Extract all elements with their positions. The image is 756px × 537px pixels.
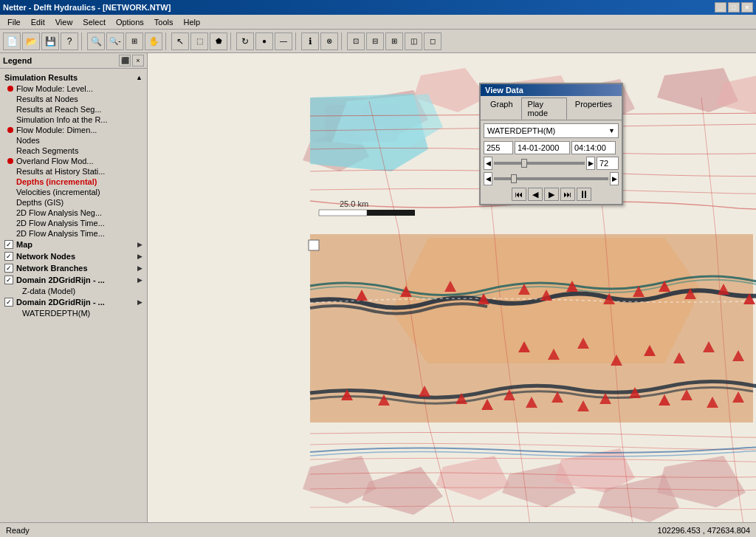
rewind-button[interactable]: ⏮ [512, 188, 526, 201]
legend-item-waterdepth[interactable]: WATERDEPTH(M) [1, 308, 145, 318]
legend-item-flow-module-level[interactable]: Flow Module: Level... [1, 83, 145, 94]
legend-item-2d-flow-time2[interactable]: 2D Flow Analysis Time... [1, 228, 145, 239]
tool3-button[interactable]: ⊞ [385, 33, 403, 50]
slider-right-btn-2[interactable]: ▶ [610, 172, 619, 185]
waterdepth-dropdown[interactable]: WATERDEPTH(M) ▼ [484, 123, 619, 138]
coordinates: 102296.453 , 472634.804 [658, 526, 750, 535]
legend-item-results-reach-seg[interactable]: Results at Reach Seg... [1, 104, 145, 114]
timestep-row: 255 14-01-2000 04:14:00 [484, 141, 619, 154]
menu-help[interactable]: Help [179, 16, 205, 28]
time-field: 04:14:00 [571, 141, 616, 154]
tool1-button[interactable]: ⊡ [347, 33, 365, 50]
playback-controls: ⏮ ◀ ▶ ⏭ ⏸ [484, 188, 619, 201]
legend-item-depths-gis[interactable]: Depths (GIS) [1, 197, 145, 208]
legend-item-velocities-incremental[interactable]: Velocities (incremental) [1, 187, 145, 197]
main-layout: Legend ⬛ × Simulation Results ▲ Flow Mod… [0, 53, 756, 522]
tool4-button[interactable]: ◫ [405, 33, 422, 50]
zoom-in-button[interactable]: 🔍 [87, 33, 105, 50]
menu-file[interactable]: File [3, 16, 25, 28]
network-nodes-checkbox[interactable]: ✓ [4, 252, 13, 261]
speed-slider[interactable] [494, 177, 608, 180]
menu-select[interactable]: Select [78, 16, 110, 28]
network-branches-checkbox[interactable]: ✓ [4, 264, 13, 273]
tab-play-mode[interactable]: Play mode [521, 98, 567, 120]
tab-properties[interactable]: Properties [568, 98, 619, 120]
legend-group-domain2[interactable]: ✓ Domain 2DGridRijn - ... ▶ [1, 296, 145, 308]
zoom-fit-button[interactable]: ⊞ [126, 33, 143, 50]
menu-options[interactable]: Options [111, 16, 148, 28]
select-rect-button[interactable]: ⬚ [190, 33, 208, 50]
map-checkbox[interactable]: ✓ [4, 240, 13, 249]
date-field: 14-01-2000 [515, 141, 570, 154]
legend-item-flow-module-dimen[interactable]: Flow Module: Dimen... [1, 125, 145, 135]
rotate-button[interactable]: ↻ [236, 33, 254, 50]
legend-panel: Legend ⬛ × Simulation Results ▲ Flow Mod… [0, 53, 148, 522]
frame-count-field: 72 [597, 157, 619, 170]
tab-graph[interactable]: Graph [484, 98, 520, 120]
help-button[interactable]: ? [61, 33, 78, 50]
domain1-checkbox[interactable]: ✓ [4, 276, 13, 284]
simulation-results-title: Simulation Results [4, 73, 78, 82]
domain2-checkbox[interactable]: ✓ [4, 298, 13, 307]
menu-tools[interactable]: Tools [150, 16, 178, 28]
view-data-content: WATERDEPTH(M) ▼ 255 14-01-2000 04:14:00 … [481, 120, 622, 204]
play-button[interactable]: ▶ [544, 188, 559, 201]
open-button[interactable]: 📂 [22, 33, 40, 50]
tool2-button[interactable]: ⊟ [366, 33, 384, 50]
menu-view[interactable]: View [51, 16, 78, 28]
speed-slider-thumb [511, 174, 517, 183]
status-bar: Ready 102296.453 , 472634.804 [0, 522, 756, 537]
legend-close-button[interactable]: × [132, 55, 144, 66]
minimize-button[interactable]: _ [715, 2, 726, 13]
status-text: Ready [6, 526, 30, 535]
timestep-slider[interactable] [494, 162, 585, 165]
tool5-button[interactable]: ◻ [424, 33, 441, 50]
fast-forward-button[interactable]: ⏭ [560, 188, 575, 201]
slider-left-btn-2[interactable]: ◀ [484, 172, 492, 185]
legend-scroll: Simulation Results ▲ Flow Module: Level.… [0, 69, 147, 522]
overland-flow-bullet [7, 158, 13, 164]
map-area[interactable]: 25.0 km View Data Graph Play mode Proper… [148, 53, 756, 522]
legend-item-simulation-info[interactable]: Simulation Info at the R... [1, 114, 145, 125]
legend-item-nodes[interactable]: Nodes [1, 135, 145, 146]
slider-row-2: ◀ ▶ [484, 172, 619, 185]
skip-button[interactable]: ⊗ [320, 33, 338, 50]
zoom-out-button[interactable]: 🔍- [106, 33, 124, 50]
legend-item-overland-flow-mod[interactable]: Overland Flow Mod... [1, 156, 145, 166]
slider-right-btn-1[interactable]: ▶ [586, 157, 595, 170]
new-button[interactable]: 📄 [3, 33, 21, 50]
legend-group-network-nodes[interactable]: ✓ Network Nodes ▶ [1, 250, 145, 262]
pause-button[interactable]: ⏸ [577, 188, 591, 201]
view-data-panel: View Data Graph Play mode Properties WAT… [479, 83, 623, 205]
legend-group-map[interactable]: ✓ Map ▶ [1, 239, 145, 250]
branch-button[interactable]: — [275, 33, 292, 50]
legend-item-reach-segments[interactable]: Reach Segments [1, 146, 145, 156]
timestep-field: 255 [484, 141, 513, 154]
view-data-header: View Data [481, 84, 622, 96]
close-button[interactable]: × [741, 2, 753, 13]
legend-item-2d-flow-time1[interactable]: 2D Flow Analysis Time... [1, 218, 145, 228]
flow-module-level-bullet [7, 86, 13, 92]
legend-item-z-data[interactable]: Z-data (Model) [1, 286, 145, 296]
legend-item-results-history[interactable]: Results at History Stati... [1, 166, 145, 177]
slider-left-btn-1[interactable]: ◀ [484, 157, 492, 170]
legend-group-network-branches[interactable]: ✓ Network Branches ▶ [1, 262, 145, 274]
maximize-button[interactable]: □ [728, 2, 740, 13]
pan-button[interactable]: ✋ [145, 33, 162, 50]
legend-item-depths-incremental[interactable]: Depths (incremental) [1, 177, 145, 187]
flow-module-dimen-bullet [7, 127, 13, 133]
node-button[interactable]: ● [255, 33, 273, 50]
legend-expand-button[interactable]: ⬛ [119, 55, 131, 66]
toolbar: 📄 📂 💾 ? 🔍 🔍- ⊞ ✋ ↖ ⬚ ⬟ ↻ ● — ℹ ⊗ ⊡ ⊟ ⊞ ◫… [0, 30, 756, 53]
legend-item-2d-flow-neg[interactable]: 2D Flow Analysis Neg... [1, 208, 145, 218]
pointer-button[interactable]: ↖ [171, 33, 189, 50]
info-button[interactable]: ℹ [301, 33, 319, 50]
legend-header: Legend ⬛ × [0, 53, 147, 69]
prev-button[interactable]: ◀ [528, 188, 543, 201]
select-poly-button[interactable]: ⬟ [210, 33, 227, 50]
simulation-results-arrow: ▲ [136, 74, 142, 81]
save-button[interactable]: 💾 [41, 33, 59, 50]
menu-edit[interactable]: Edit [27, 16, 49, 28]
legend-group-domain1[interactable]: ✓ Domain 2DGridRijn - ... ▶ [1, 274, 145, 286]
legend-item-results-nodes[interactable]: Results at Nodes [1, 94, 145, 104]
